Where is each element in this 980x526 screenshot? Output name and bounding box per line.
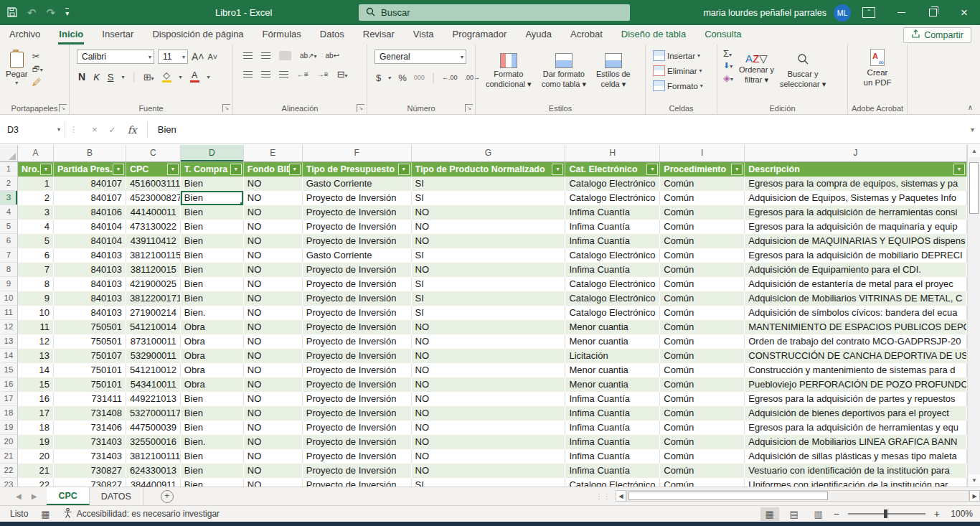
table-column-header-nro-[interactable]: Nro.▼	[18, 162, 54, 177]
table-cell[interactable]: Uniformes con identificación de la insti…	[745, 478, 967, 487]
row-header-22[interactable]: 22	[0, 464, 18, 478]
table-cell[interactable]: NO	[412, 435, 566, 449]
table-cell[interactable]: Bien	[181, 205, 244, 220]
table-cell[interactable]: NO	[244, 406, 303, 421]
table-cell[interactable]: SI	[412, 191, 566, 205]
row-header-2[interactable]: 2	[0, 177, 18, 191]
table-cell[interactable]: 381120015	[126, 263, 181, 277]
table-cell[interactable]: Adquisicion de Equipos, Sistemas y Paque…	[745, 191, 967, 205]
column-header-I[interactable]: I	[660, 145, 745, 161]
table-cell[interactable]: 730827	[54, 478, 126, 487]
table-cell[interactable]: NO	[244, 248, 303, 263]
table-cell[interactable]: NO	[244, 277, 303, 291]
table-cell[interactable]: NO	[244, 363, 303, 377]
table-cell[interactable]: Catalogo Electrónico	[565, 248, 660, 263]
close-button[interactable]: ×	[948, 0, 980, 25]
table-cell[interactable]: 624330013	[126, 464, 181, 478]
table-cell[interactable]: NO	[412, 205, 566, 220]
table-cell[interactable]: Obra	[181, 320, 244, 334]
table-cell[interactable]: Adquisicion de Mobiliarios VITRINAS DE M…	[745, 291, 967, 306]
table-cell[interactable]: Gasto Corriente	[303, 248, 412, 263]
name-box-dropdown-icon[interactable]: ▾	[57, 126, 60, 133]
table-cell[interactable]: 6	[18, 248, 54, 263]
underline-button[interactable]: S	[108, 72, 114, 83]
table-cell[interactable]: 449221013	[126, 392, 181, 406]
table-cell[interactable]: 731406	[54, 421, 126, 435]
table-cell[interactable]: 439110412	[126, 234, 181, 248]
table-cell[interactable]: MANTENIMIENTO DE ESPACIOS PUBLICOS DEPOR…	[745, 320, 967, 334]
table-cell[interactable]: Proyecto de Inversión	[303, 349, 412, 363]
table-cell[interactable]: 4516003111	[126, 177, 181, 191]
ribbon-tab-vista[interactable]: Vista	[404, 25, 443, 44]
column-header-C[interactable]: C	[126, 145, 181, 161]
table-cell[interactable]: Egresos para la compra de equipos, siste…	[745, 177, 967, 191]
table-cell[interactable]: NO	[244, 177, 303, 191]
table-cell[interactable]: 15	[18, 377, 54, 392]
table-cell[interactable]: 840103	[54, 248, 126, 263]
table-cell[interactable]: Egresos para la adquisición de partes y …	[745, 392, 967, 406]
table-cell[interactable]: Proyecto de Inversión	[303, 377, 412, 392]
table-cell[interactable]: Común	[660, 177, 745, 191]
table-cell[interactable]: NO	[412, 220, 566, 234]
table-cell[interactable]: Bien	[181, 277, 244, 291]
table-cell[interactable]: Infima Cuantía	[565, 435, 660, 449]
ribbon-tab-acrobat[interactable]: Acrobat	[561, 25, 612, 44]
scroll-down-icon[interactable]: ▼	[969, 474, 980, 487]
scroll-up-icon[interactable]: ▲	[969, 145, 980, 157]
table-cell[interactable]: Adquisicion de Mobiliarios LINEA GRAFICA…	[745, 435, 967, 449]
align-middle-icon[interactable]	[261, 52, 270, 59]
table-cell[interactable]: 9	[18, 291, 54, 306]
row-header-10[interactable]: 10	[0, 291, 18, 306]
table-cell[interactable]: Obra	[181, 349, 244, 363]
table-cell[interactable]: Proyecto de Inversión	[303, 306, 412, 320]
column-header-B[interactable]: B	[54, 145, 126, 161]
table-cell[interactable]: Común	[660, 306, 745, 320]
table-cell[interactable]: NO	[244, 421, 303, 435]
insert-function-icon[interactable]: fx	[128, 124, 137, 136]
table-cell[interactable]: Egresos para la adquisición de maquinari…	[745, 220, 967, 234]
row-header-21[interactable]: 21	[0, 449, 18, 464]
table-cell[interactable]: Común	[660, 478, 745, 487]
table-cell[interactable]: Bien	[181, 449, 244, 464]
table-cell[interactable]: Común	[660, 248, 745, 263]
number-dialog-launcher[interactable]: ↘	[465, 104, 473, 112]
row-header-16[interactable]: 16	[0, 377, 18, 392]
table-cell[interactable]: Bien	[181, 464, 244, 478]
table-cell[interactable]: Proyecto de Inversión	[303, 263, 412, 277]
column-header-H[interactable]: H	[565, 145, 660, 161]
table-cell[interactable]: 421900025	[126, 277, 181, 291]
table-cell[interactable]: Bien.	[181, 306, 244, 320]
table-cell[interactable]: 840103	[54, 277, 126, 291]
row-header-3[interactable]: 3	[0, 191, 18, 205]
increase-decimal-icon[interactable]: ←.00	[442, 75, 458, 81]
table-cell[interactable]: Proyecto de Inversión	[303, 205, 412, 220]
filter-dropdown-icon[interactable]: ▼	[953, 164, 965, 175]
column-header-G[interactable]: G	[412, 145, 566, 161]
font-dialog-launcher[interactable]: ↘	[222, 104, 230, 112]
table-cell[interactable]: Proyecto de Inversión	[303, 363, 412, 377]
table-cell[interactable]: Catalogo Electrónico	[565, 291, 660, 306]
filter-dropdown-icon[interactable]: ▼	[230, 164, 242, 175]
table-cell[interactable]: 840103	[54, 306, 126, 320]
table-cell[interactable]: SI	[412, 248, 566, 263]
new-sheet-icon[interactable]: +	[161, 490, 174, 503]
table-cell[interactable]: NO	[412, 263, 566, 277]
table-cell[interactable]: NO	[412, 464, 566, 478]
filter-dropdown-icon[interactable]: ▼	[40, 164, 52, 175]
row-header-15[interactable]: 15	[0, 363, 18, 377]
filter-dropdown-icon[interactable]: ▼	[552, 164, 563, 175]
table-cell[interactable]: NO	[244, 464, 303, 478]
table-cell[interactable]: Común	[660, 435, 745, 449]
accessibility-status[interactable]: Accesibilidad: es necesario investigar	[63, 508, 220, 520]
table-cell[interactable]: Adquisición de símbolos cívicos: bandera…	[745, 306, 967, 320]
comma-style-icon[interactable]: 000	[414, 75, 425, 81]
table-cell[interactable]: Común	[660, 191, 745, 205]
select-all-button[interactable]	[0, 145, 18, 161]
search-box[interactable]: Buscar	[359, 4, 630, 21]
orientation-icon[interactable]: ab↗▾	[300, 52, 317, 60]
table-cell[interactable]: 12	[18, 334, 54, 349]
table-cell[interactable]: NO	[412, 406, 566, 421]
row-header-8[interactable]: 8	[0, 263, 18, 277]
table-cell[interactable]: NO	[412, 234, 566, 248]
table-cell[interactable]: Común	[660, 220, 745, 234]
